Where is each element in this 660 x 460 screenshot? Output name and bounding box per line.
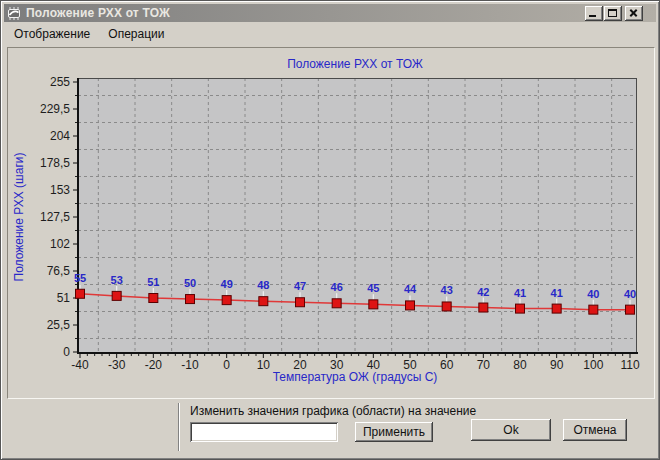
apply-button[interactable]: Применить bbox=[355, 422, 433, 442]
chart-point-label: 45 bbox=[367, 282, 379, 294]
chart-point-label: 40 bbox=[587, 288, 599, 300]
chart-point[interactable] bbox=[76, 289, 85, 298]
chart-point-label: 43 bbox=[441, 284, 453, 296]
svg-text:70: 70 bbox=[477, 358, 491, 372]
svg-text:80: 80 bbox=[513, 358, 527, 372]
chart-point[interactable] bbox=[332, 299, 341, 308]
chart-point[interactable] bbox=[552, 304, 561, 313]
svg-text:90: 90 bbox=[550, 358, 564, 372]
edit-value-label: Изменить значения графика (области) на з… bbox=[190, 404, 476, 418]
svg-text:-20: -20 bbox=[145, 358, 163, 372]
chart-point[interactable] bbox=[406, 301, 415, 310]
x-axis-title: Температура ОЖ (градусы С) bbox=[273, 370, 438, 384]
chart-point-label: 55 bbox=[74, 272, 86, 284]
svg-text:127,5: 127,5 bbox=[40, 210, 70, 224]
svg-text:178,5: 178,5 bbox=[40, 156, 70, 170]
chart-point-label: 47 bbox=[294, 280, 306, 292]
chart-point-label: 51 bbox=[147, 276, 159, 288]
svg-text:-30: -30 bbox=[108, 358, 126, 372]
chart-panel: -40-30-20-100102030405060708090100110025… bbox=[7, 47, 655, 399]
svg-text:255: 255 bbox=[50, 75, 70, 89]
minimize-icon bbox=[589, 15, 596, 17]
svg-text:153: 153 bbox=[50, 183, 70, 197]
window-title: Положение РХХ от ТОЖ bbox=[26, 6, 170, 20]
chart-point[interactable] bbox=[626, 305, 635, 314]
ok-button[interactable]: Ok bbox=[471, 419, 551, 441]
chart-point[interactable] bbox=[222, 296, 231, 305]
minimize-button[interactable] bbox=[585, 6, 603, 21]
chart-point-label: 44 bbox=[404, 283, 417, 295]
close-button[interactable] bbox=[625, 6, 643, 21]
menu-item-display[interactable]: Отображение bbox=[5, 24, 99, 44]
chart-point[interactable] bbox=[112, 291, 121, 300]
footer-divider bbox=[178, 403, 180, 451]
svg-text:51: 51 bbox=[57, 291, 71, 305]
chart-point[interactable] bbox=[149, 294, 158, 303]
svg-text:76,5: 76,5 bbox=[47, 264, 71, 278]
chart-point[interactable] bbox=[589, 305, 598, 314]
chart-point[interactable] bbox=[479, 303, 488, 312]
chart-point[interactable] bbox=[516, 304, 525, 313]
svg-text:0: 0 bbox=[63, 345, 70, 359]
chart-point[interactable] bbox=[186, 295, 195, 304]
chart-point-label: 46 bbox=[331, 281, 343, 293]
value-input[interactable] bbox=[190, 422, 338, 442]
chart-point-label: 49 bbox=[221, 278, 233, 290]
chart-point[interactable] bbox=[369, 300, 378, 309]
svg-text:102: 102 bbox=[50, 237, 70, 251]
y-axis-title: Положение РХХ (шаги) bbox=[12, 153, 26, 282]
svg-text:229,5: 229,5 bbox=[40, 102, 70, 116]
svg-text:204: 204 bbox=[50, 129, 70, 143]
app-window: Положение РХХ от ТОЖ Отображение Операци… bbox=[0, 0, 660, 460]
chart-canvas[interactable]: -40-30-20-100102030405060708090100110025… bbox=[8, 48, 656, 400]
chart-title: Положение РХХ от ТОЖ bbox=[287, 57, 423, 71]
maximize-button[interactable] bbox=[604, 6, 622, 21]
menu-bar: Отображение Операции bbox=[5, 23, 655, 45]
svg-text:25,5: 25,5 bbox=[47, 318, 71, 332]
chart-point[interactable] bbox=[442, 302, 451, 311]
svg-text:0: 0 bbox=[223, 358, 230, 372]
chart-point-label: 42 bbox=[477, 286, 489, 298]
svg-text:100: 100 bbox=[583, 358, 603, 372]
chart-point[interactable] bbox=[259, 297, 268, 306]
menu-item-operations[interactable]: Операции bbox=[99, 24, 173, 44]
chart-point-label: 50 bbox=[184, 277, 196, 289]
svg-text:-40: -40 bbox=[71, 358, 89, 372]
chart-point-label: 53 bbox=[111, 274, 123, 286]
chip-icon bbox=[6, 7, 22, 20]
svg-text:10: 10 bbox=[257, 358, 271, 372]
svg-text:60: 60 bbox=[440, 358, 454, 372]
svg-text:-10: -10 bbox=[181, 358, 199, 372]
chart-point-label: 41 bbox=[551, 287, 563, 299]
cancel-button[interactable]: Отмена bbox=[563, 419, 627, 441]
title-bar: Положение РХХ от ТОЖ bbox=[4, 4, 656, 22]
chart-point-label: 48 bbox=[257, 279, 269, 291]
chart-point-label: 40 bbox=[624, 288, 636, 300]
chart-point[interactable] bbox=[296, 298, 305, 307]
chart-point-label: 41 bbox=[514, 287, 526, 299]
svg-text:110: 110 bbox=[620, 358, 639, 372]
maximize-icon bbox=[608, 9, 617, 17]
